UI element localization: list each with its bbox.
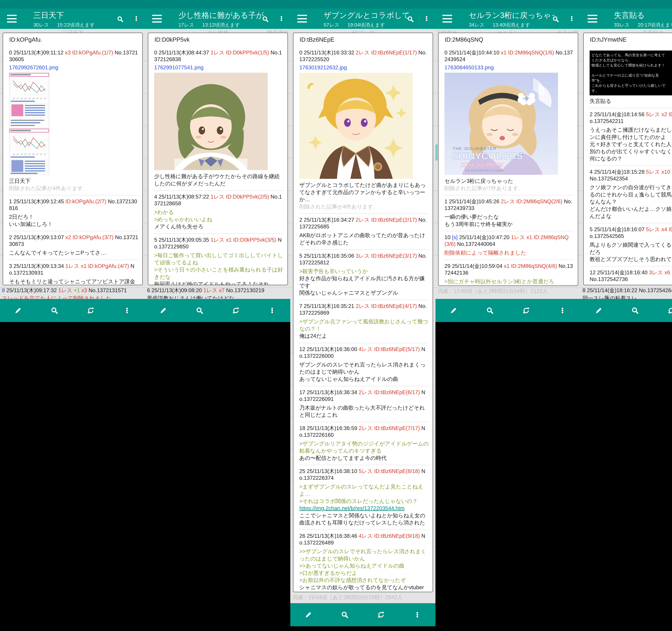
post-image[interactable]: どなたであっても、馬の安全を第一に考えてくださる方ばかりなら、牧場としても安心し…: [590, 51, 672, 95]
more-icon[interactable]: [413, 610, 422, 619]
post-header-seg: 5 25/11/14(金)18:16:07: [590, 226, 646, 232]
post[interactable]: 2 25/11/14(金)18:14:56 5レス x2 ID:hJYmwtNE…: [590, 108, 672, 166]
post[interactable]: 5 25/11/14(金)18:16:07 5レス x4 ID:hJYmwtNE…: [590, 223, 672, 266]
post-body-line: >ザブングルリアタイ勢のジジイがアイドルゲームの粘着なんかやってんのキツすぎる: [299, 440, 429, 454]
more-icon[interactable]: [268, 306, 277, 315]
post[interactable]: 29 25/11/14(金)10:59:04 x1 ID:2M86qSNQ(4/…: [445, 260, 574, 286]
post[interactable]: 17 25/11/13(木)16:36:34 2レス ID:tBz6NEpE(6…: [299, 386, 429, 422]
post-header-seg: 5レス: [646, 226, 662, 232]
scroll-indicator[interactable]: [435, 145, 438, 160]
refresh-icon[interactable]: [667, 306, 672, 315]
post[interactable]: 4 25/11/13(木)08:57:22 1レス ID:D0kPP5vk(2/…: [154, 191, 284, 233]
deleted-post-line[interactable]: 同一スレ豚の粘着スレ: [582, 295, 672, 299]
post[interactable]: 7 25/11/13(木)16:35:21 2レス ID:tBz6NEpE(4/…: [299, 300, 429, 343]
thread-page: 少し性格賛否両論ID:D0kPP5vk0 25/11/13(木)08:44:37…: [145, 29, 290, 299]
deleted-post-seg: スレッドを立てた人によって削除されました: [2, 295, 112, 299]
more-icon[interactable]: [568, 15, 575, 23]
refresh-icon[interactable]: [377, 610, 385, 619]
post-image-farm-statement[interactable]: どなたであっても、馬の安全を第一に考えてくださる方ばかりなら、牧場としても安心し…: [590, 51, 672, 95]
deleted-post-line[interactable]: 8 25/11/14(金)18:16:22 No.1372542640: [582, 287, 672, 294]
compose-icon[interactable]: [14, 306, 22, 315]
below-card-area: 消滅：19:04頃（あと2時間10分29秒）2542人: [292, 593, 434, 601]
search-icon[interactable]: [50, 306, 59, 315]
deleted-post-line[interactable]: 風俗説教おじさんは働いてたけどな: [147, 295, 288, 299]
search-icon[interactable]: [631, 306, 639, 315]
file-link[interactable]: 1763084650133.png: [445, 65, 494, 71]
menu-icon[interactable]: [7, 15, 17, 23]
post[interactable]: 12 25/11/13(木)16:36:00 4レス ID:tBz6NEpE(5…: [299, 343, 429, 386]
refresh-icon[interactable]: [522, 306, 530, 315]
post[interactable]: 12 25/11/14(金)18:16:40 3レス x6 ID:hJYmwtN…: [590, 266, 672, 285]
bottom-toolbar: [145, 299, 290, 322]
compose-icon[interactable]: [595, 306, 603, 315]
deleted-post-line[interactable]: 8 25/11/13(木)09:17:32 1レス +1 x3 No.13721…: [2, 287, 143, 294]
post-image-girl-green[interactable]: [154, 73, 268, 170]
post-body-line: セルラン3桁に戻っちゃった: [445, 177, 574, 185]
more-icon[interactable]: [423, 15, 430, 23]
post-header-seg: 1 25/11/13(木)09:12:45: [9, 198, 66, 204]
deleted-post-line[interactable]: スレッドを立てた人によって削除されました: [2, 295, 143, 299]
thread-column-2: 少し性格に難がある子がウケ…17レス13:12頃消えます少し性格賛否両論ID:D…: [145, 0, 290, 631]
refresh-icon[interactable]: [232, 306, 240, 315]
post[interactable]: 3 25/11/13(木)09:13:34 1レス x1 ID:kOPgAfu.…: [9, 260, 139, 285]
thread-column-1: 三日天下30レス15:22頃消えます三日天下ID:kOPgAfu.0 25/11…: [0, 0, 145, 631]
menu-icon[interactable]: [442, 15, 452, 23]
post[interactable]: 2 25/11/13(木)16:34:27 2レス ID:tBz6NEpE(2/…: [299, 213, 429, 249]
post-body-line: AKBがロボットアニメの曲歌ってたのが昔あったけどそれの辛さ感じた: [299, 232, 429, 246]
more-icon[interactable]: [278, 15, 285, 23]
post[interactable]: 0 25/11/14(金)10:44:10 x1 ID:2M86qSNQ(1/6…: [445, 47, 574, 195]
post-image[interactable]: [154, 73, 284, 171]
more-icon[interactable]: [133, 15, 140, 23]
menu-icon[interactable]: [587, 15, 597, 23]
post-image[interactable]: [9, 73, 139, 175]
search-icon[interactable]: [407, 16, 414, 23]
post-body-line: >>ザブングルのスレでそれ言ったらレス消されまくったのはまじで納得いかん: [299, 548, 429, 562]
file-link[interactable]: 1762991077541.png: [154, 65, 203, 71]
post[interactable]: 2 25/11/13(木)09:13:07 x2 ID:kOPgAfu.(3/7…: [9, 231, 139, 260]
more-icon[interactable]: [558, 306, 567, 315]
post[interactable]: 1 25/11/14(金)10:45:26 2レス ID:2M86qSNQ(2/…: [445, 195, 574, 231]
menu-icon[interactable]: [152, 15, 162, 23]
search-icon[interactable]: [262, 16, 269, 23]
compose-icon[interactable]: [449, 306, 458, 315]
post[interactable]: どなたであっても、馬の安全を第一に考えてくださる方ばかりなら、牧場としても安心し…: [590, 47, 672, 108]
post[interactable]: 10 [s] 25/11/14(金)10:47:20 1レス x1 ID:2M8…: [445, 231, 574, 260]
thread-title-text: ザブングルとコラボしてたけ…: [323, 11, 410, 20]
post[interactable]: 26 25/11/13(木)16:38:46 4レス ID:tBz6NEpE(9…: [299, 530, 429, 592]
compose-icon[interactable]: [159, 306, 168, 315]
file-link[interactable]: 1763019212632.jpg: [299, 65, 347, 71]
post[interactable]: 0 25/11/13(木)16:33:32 2レス ID:tBz6NEpE(1/…: [299, 47, 429, 213]
menu-icon[interactable]: [297, 15, 307, 23]
text: 金玉が空: [557, 30, 579, 33]
post[interactable]: 1 25/11/13(木)09:12:45 ID:kOPgAfu.(2/7) N…: [9, 195, 139, 231]
post-header-seg: 1レス: [211, 194, 226, 200]
title-box: 少し性格に難がある子がウケ…17レス13:12頃消えます: [178, 10, 264, 28]
post-image[interactable]: [299, 73, 429, 179]
post[interactable]: 0 25/11/13(木)09:11:12 x3 ID:kOPgAfu.(1/7…: [9, 47, 139, 195]
post[interactable]: 4 25/11/14(金)18:15:28 5レス x10 ID:hJYmwtN…: [590, 166, 672, 223]
post-header-seg: ID:kOPgAfu.(4/7): [88, 263, 130, 269]
post-body-line: ここでシャニマスと関係ないよねとか知らねえ女の曲流されても耳障りなだけってレスし…: [299, 512, 429, 526]
search-icon[interactable]: [552, 16, 559, 23]
post[interactable]: 0 25/11/13(木)08:44:37 1レス ID:D0kPP5vk(1/…: [154, 47, 284, 191]
post-image-girl-prism[interactable]: THE iDOLM@STERSHINYCOLORSSONG for PRISMT…: [445, 73, 558, 175]
file-link[interactable]: 1762992672601.png: [9, 65, 58, 71]
post[interactable]: 5 25/11/13(木)16:35:06 3レス ID:tBz6NEpE(3/…: [299, 250, 429, 300]
search-icon[interactable]: [117, 16, 124, 23]
post-image-chart[interactable]: [9, 73, 49, 175]
post-image[interactable]: THE iDOLM@STERSHINYCOLORSSONG for PRISMT…: [445, 73, 574, 175]
deleted-post-line[interactable]: 6 25/11/13(木)09:08:20 1レス x7 No.13721302…: [147, 287, 288, 294]
search-icon[interactable]: [195, 306, 204, 315]
deleted-post-seg: x7: [219, 287, 226, 293]
post[interactable]: 18 25/11/13(木)16:36:59 2レス ID:tBz6NEpE(7…: [299, 422, 429, 465]
compose-icon[interactable]: [304, 610, 313, 619]
thread-title: 少し性格に難がある子がウケ…: [178, 10, 264, 21]
refresh-icon[interactable]: [87, 306, 95, 315]
post[interactable]: 5 25/11/13(木)09:05:35 1レス x1 ID:D0kPP5vk…: [154, 233, 284, 285]
search-icon[interactable]: [340, 610, 349, 619]
deleted-post-seg: 風俗説教おじさんは働いてたけどな: [147, 295, 234, 299]
more-icon[interactable]: [123, 306, 131, 315]
search-icon[interactable]: [486, 306, 494, 315]
post-image-boy-blond[interactable]: [299, 73, 413, 179]
post[interactable]: 25 25/11/13(木)16:38:10 5レス ID:tBz6NEpE(8…: [299, 465, 429, 530]
